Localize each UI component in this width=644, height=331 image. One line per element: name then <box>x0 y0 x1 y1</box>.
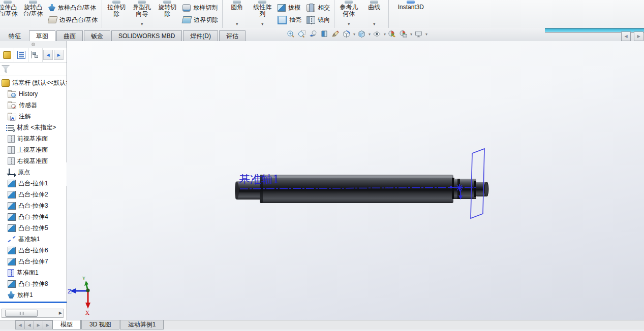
boundary-cut-button[interactable]: 边界切除 <box>180 14 221 26</box>
tab-model[interactable]: 模型 <box>52 320 81 329</box>
revolved-cut-label: 旋转切 除 <box>158 4 176 17</box>
tree-item-boss-extrude1[interactable]: 凸台-拉伸1 <box>0 178 67 189</box>
last-tab-button[interactable] <box>43 320 52 329</box>
previous-tab-button[interactable] <box>25 320 34 329</box>
mirror-button[interactable]: 镜向 <box>304 14 332 26</box>
panel-tab-scroll-left-button[interactable] <box>43 50 53 60</box>
hole-wizard-button[interactable]: 异型孔 向导 <box>129 0 155 28</box>
tree-item-material[interactable]: 材质 <未指定> <box>0 122 67 133</box>
hide-show-items-icon[interactable] <box>372 29 382 39</box>
revolved-cut-button[interactable]: 旋转切 除 <box>155 0 180 28</box>
rollback-bar[interactable] <box>0 302 67 303</box>
hide-show-items-caret[interactable] <box>384 32 386 37</box>
tree-item-axis1[interactable]: 基准轴1 <box>0 234 67 245</box>
extrude-icon <box>8 191 16 198</box>
tree-item-boss-extrude7[interactable]: 凸台-拉伸7 <box>0 256 67 267</box>
tree-horizontal-scrollbar[interactable] <box>2 309 64 318</box>
apply-scene-icon[interactable] <box>398 29 409 39</box>
plane-icon <box>8 135 15 143</box>
tree-item-boss-extrude4[interactable]: 凸台-拉伸4 <box>0 211 67 222</box>
next-tab-button[interactable] <box>34 320 43 329</box>
draft-button[interactable]: 拔模 <box>275 2 304 14</box>
extruded-boss-button[interactable]: 拉伸凸 台/基体 <box>0 0 20 28</box>
edit-appearance-icon[interactable] <box>387 29 397 39</box>
tab-surfaces[interactable]: 曲面 <box>56 30 83 41</box>
dropdown-caret-icon[interactable] <box>261 22 263 26</box>
tab-solidworks-mbd[interactable]: SOLIDWORKS MBD <box>111 30 182 41</box>
instant3d-button[interactable]: Instant3D <box>390 0 431 28</box>
curves-button[interactable]: 曲线 <box>361 0 387 28</box>
tab-features[interactable]: 特征 <box>2 30 28 41</box>
rod-main-body[interactable] <box>260 175 453 203</box>
axis-callout-label[interactable]: 基准轴1 <box>239 173 280 186</box>
tree-item-origin[interactable]: 原点 <box>0 167 67 178</box>
display-style-icon[interactable] <box>357 29 367 39</box>
bottom-tab-bar: 模型 3D 视图 运动算例1 <box>0 320 644 329</box>
tab-motion-study1[interactable]: 运动算例1 <box>120 320 164 329</box>
heads-up-view-toolbar: A <box>286 29 428 39</box>
tab-3d-views[interactable]: 3D 视图 <box>81 320 119 329</box>
ribbon-collapse-right-button[interactable] <box>634 31 643 41</box>
view-orientation-icon[interactable] <box>342 29 352 39</box>
revolved-boss-button[interactable]: 旋转凸 台/基体 <box>20 0 46 28</box>
tree-item-plane1[interactable]: 基准面1 <box>0 267 67 278</box>
tree-item-boss-extrude6[interactable]: 凸台-拉伸6 <box>0 245 67 256</box>
extruded-cut-button[interactable]: 拉伸切 除 <box>104 0 129 28</box>
tab-configurationmanager[interactable] <box>28 48 43 62</box>
first-tab-button[interactable] <box>15 320 25 329</box>
tree-item-boss-extrude3[interactable]: 凸台-拉伸3 <box>0 200 67 211</box>
reference-geometry-button[interactable]: 参考几 何体 <box>336 0 361 28</box>
scrollbar-thumb[interactable] <box>5 310 38 317</box>
filter-funnel-icon[interactable] <box>2 65 10 73</box>
dropdown-caret-icon[interactable] <box>236 22 238 26</box>
boundary-boss-button[interactable]: 边界凸台/基体 <box>46 14 100 26</box>
splitter-grip-icon <box>32 43 35 46</box>
previous-view-icon[interactable] <box>308 29 318 39</box>
rod-highlight <box>263 176 452 178</box>
shell-button[interactable]: 抽壳 <box>275 14 304 26</box>
scrollbar-right-arrow-icon[interactable] <box>59 311 62 315</box>
intersect-button[interactable]: 相交 <box>304 2 332 14</box>
tree-root-item[interactable]: 活塞杆 (默认<<默认> <box>0 77 67 88</box>
tree-item-top-plane[interactable]: 上视基准面 <box>0 144 67 155</box>
zoom-to-fit-icon[interactable] <box>286 29 296 39</box>
view-settings-caret[interactable] <box>425 32 427 37</box>
panel-splitter-strip[interactable] <box>0 41 67 48</box>
graphics-viewport[interactable]: 基准轴1 Z X Y <box>67 41 644 320</box>
lofted-boss-label: 放样凸台/基体 <box>58 4 96 12</box>
tab-sketch[interactable]: 草图 <box>29 30 55 41</box>
rod-mid-section[interactable] <box>454 179 476 199</box>
panel-tab-scroll-right-button[interactable] <box>54 50 64 60</box>
tab-evaluate[interactable]: 评估 <box>219 30 246 41</box>
section-view-icon[interactable] <box>319 29 329 39</box>
tree-item-annotations[interactable]: 注解 <box>0 111 67 122</box>
ribbon-collapse-left-button[interactable] <box>621 31 631 41</box>
dropdown-caret-icon[interactable] <box>141 22 143 26</box>
sketch-annotation-icon[interactable]: A <box>330 29 341 39</box>
tree-item-loft1[interactable]: 放样1 <box>0 289 67 301</box>
linear-pattern-button[interactable]: 线性阵 列 <box>250 0 275 28</box>
origin-icon <box>9 169 15 175</box>
dropdown-caret-icon[interactable] <box>373 22 375 26</box>
tree-item-boss-extrude8[interactable]: 凸台-拉伸8 <box>0 278 67 289</box>
tree-item-boss-extrude2[interactable]: 凸台-拉伸2 <box>0 189 67 200</box>
tab-featuremanager-tree[interactable] <box>0 48 14 62</box>
lofted-cut-button[interactable]: 放样切割 <box>180 2 221 14</box>
tree-item-right-plane[interactable]: 右视基准面 <box>0 155 67 167</box>
tree-item-front-plane[interactable]: 前视基准面 <box>0 133 67 144</box>
tab-sheet-metal[interactable]: 钣金 <box>84 30 110 41</box>
dropdown-caret-icon[interactable] <box>348 22 350 26</box>
tree-item-history[interactable]: History <box>0 88 67 100</box>
zoom-to-area-icon[interactable] <box>297 29 307 39</box>
tab-propertymanager[interactable] <box>14 48 28 62</box>
tab-weldments[interactable]: 焊件(D) <box>183 30 218 41</box>
view-settings-icon[interactable] <box>414 29 424 39</box>
tree-item-sensors[interactable]: 传感器 <box>0 100 67 111</box>
apply-scene-caret[interactable] <box>410 32 412 37</box>
display-style-caret[interactable] <box>369 32 371 37</box>
extrude-icon <box>8 258 16 266</box>
lofted-boss-button[interactable]: 放样凸台/基体 <box>46 2 100 14</box>
fillet-button[interactable]: 圆角 <box>224 0 250 28</box>
tree-item-boss-extrude5[interactable]: 凸台-拉伸5 <box>0 222 67 234</box>
view-orientation-caret[interactable] <box>353 32 355 37</box>
